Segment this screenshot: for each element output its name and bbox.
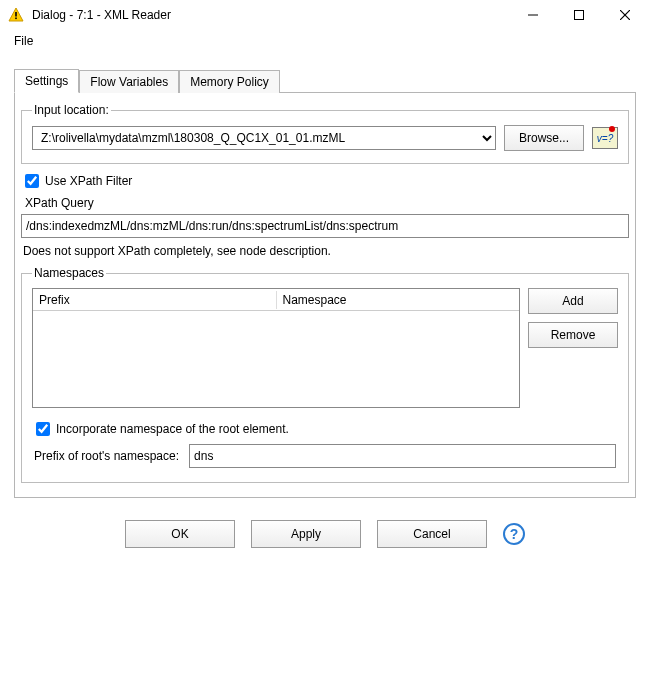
close-button[interactable] [602,0,648,30]
help-button[interactable]: ? [503,523,525,545]
flow-variable-text: v=? [597,133,613,144]
namespaces-table[interactable]: Prefix Namespace [32,288,520,408]
use-xpath-filter-checkbox[interactable] [25,174,39,188]
input-location-legend: Input location: [32,103,111,117]
flow-variable-icon[interactable]: v=? [592,127,618,149]
tab-flow-variables[interactable]: Flow Variables [79,70,179,93]
namespaces-legend: Namespaces [32,266,106,280]
namespaces-col-namespace[interactable]: Namespace [277,291,520,309]
app-warning-icon [8,7,24,23]
incorporate-root-namespace-checkbox[interactable] [36,422,50,436]
menubar: File [0,30,650,56]
namespaces-group: Namespaces Prefix Namespace Add Remove I… [21,266,629,483]
input-location-group: Input location: Z:\rolivella\mydata\mzml… [21,103,629,164]
window-title: Dialog - 7:1 - XML Reader [32,8,510,22]
menu-file[interactable]: File [10,32,37,50]
svg-rect-2 [15,18,17,20]
minimize-button[interactable] [510,0,556,30]
xpath-hint: Does not support XPath completely, see n… [23,244,627,258]
svg-rect-1 [15,12,17,17]
namespaces-table-header: Prefix Namespace [33,289,519,311]
tabstrip: Settings Flow Variables Memory Policy [14,68,636,92]
incorporate-root-namespace-label: Incorporate namespace of the root elemen… [56,422,289,436]
svg-rect-4 [575,11,584,20]
use-xpath-filter-label: Use XPath Filter [45,174,132,188]
cancel-button[interactable]: Cancel [377,520,487,548]
root-prefix-input[interactable] [189,444,616,468]
browse-button[interactable]: Browse... [504,125,584,151]
namespaces-col-prefix[interactable]: Prefix [33,291,277,309]
xpath-query-label: XPath Query [25,196,629,210]
input-location-combo[interactable]: Z:\rolivella\mydata\mzml\180308_Q_QC1X_0… [32,126,496,150]
tab-settings[interactable]: Settings [14,69,79,93]
ok-button[interactable]: OK [125,520,235,548]
titlebar: Dialog - 7:1 - XML Reader [0,0,650,30]
dialog-footer: OK Apply Cancel ? [0,508,650,564]
tab-memory-policy[interactable]: Memory Policy [179,70,280,93]
apply-button[interactable]: Apply [251,520,361,548]
tab-content-settings: Input location: Z:\rolivella\mydata\mzml… [14,92,636,498]
flow-variable-red-dot-icon [609,126,615,132]
xpath-query-input[interactable] [21,214,629,238]
root-prefix-label: Prefix of root's namespace: [34,449,179,463]
namespace-add-button[interactable]: Add [528,288,618,314]
maximize-button[interactable] [556,0,602,30]
namespace-remove-button[interactable]: Remove [528,322,618,348]
